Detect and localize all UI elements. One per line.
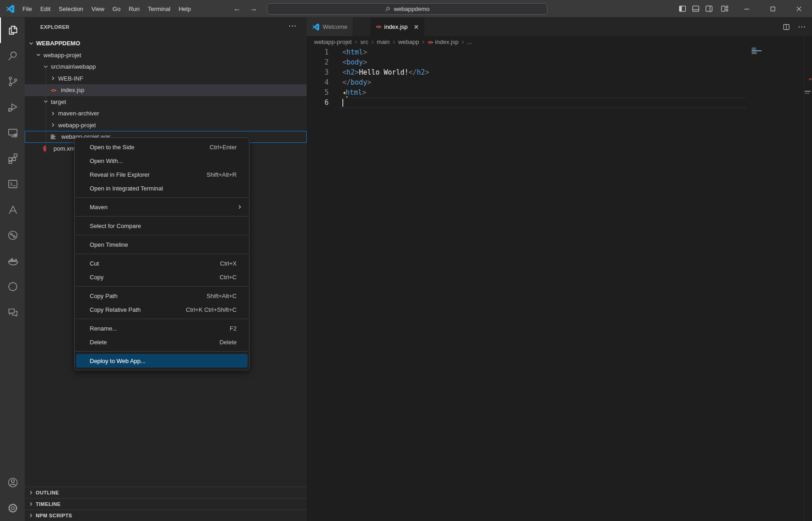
breadcrumb-item-src[interactable]: src [360, 38, 368, 45]
tree-item-src-main-webapp[interactable]: src\main\webapp [25, 61, 307, 73]
breadcrumb-item-webapp-projet[interactable]: webapp-projet [314, 38, 352, 45]
menu-separator [75, 351, 249, 352]
section-timeline[interactable]: TIMELINE [25, 498, 307, 510]
customize-layout-icon[interactable] [715, 0, 734, 17]
code-line-1: 1<html> [307, 47, 812, 57]
tree-item-index-jsp[interactable]: <>index.jsp [25, 84, 307, 96]
section-label: NPM SCRIPTS [36, 513, 72, 518]
more-actions-icon[interactable]: ⋯ [288, 21, 297, 31]
toggle-primary-sidebar-icon[interactable] [676, 0, 689, 17]
close-tab-icon[interactable]: ✕ [414, 23, 419, 31]
context-menu-item-copy-relative-path[interactable]: Copy Relative PathCtrl+K Ctrl+Shift+C [75, 303, 249, 316]
extensions-icon[interactable] [0, 146, 25, 171]
chevron-right-icon [27, 512, 35, 519]
menu-file[interactable]: File [18, 4, 36, 14]
minimize-icon[interactable] [734, 0, 760, 17]
minimap-line [752, 52, 757, 53]
tree-item-target[interactable]: target [25, 96, 307, 108]
code-line-4: 4</body> [307, 77, 812, 87]
menu-selection[interactable]: Selection [54, 4, 87, 14]
submenu-arrow-icon [236, 203, 244, 211]
menu-go[interactable]: Go [108, 4, 125, 14]
command-center-search[interactable]: webappdemo [267, 3, 547, 15]
code-area[interactable]: 1<html>2<body>3<h2>Hello World!</h2>4</b… [307, 47, 812, 108]
menu-item-label: Cut [90, 260, 220, 267]
toggle-panel-icon[interactable] [689, 0, 702, 17]
tree-item-webapp-projet[interactable]: webapp-projet [25, 119, 307, 131]
menu-item-label: Deploy to Web App... [90, 358, 237, 364]
minimap[interactable] [752, 48, 762, 54]
context-menu-item-maven[interactable]: Maven [75, 200, 249, 214]
section-npm-scripts[interactable]: NPM SCRIPTS [25, 510, 307, 521]
terminal-panel-icon[interactable] [0, 171, 25, 197]
remote-explorer-icon[interactable] [0, 120, 25, 146]
tree-item-label: maven-archiver [58, 110, 99, 117]
accounts-icon[interactable] [0, 470, 25, 495]
menu-view[interactable]: View [87, 4, 108, 14]
settings-gear-icon[interactable] [0, 495, 25, 521]
menu-edit[interactable]: Edit [36, 4, 54, 14]
menu-item-label: Copy [90, 274, 220, 281]
breadcrumb-separator: › [355, 38, 357, 45]
context-menu-item-reveal-in-file-explorer[interactable]: Reveal in File ExplorerShift+Alt+R [75, 168, 249, 181]
menu-item-label: Rename... [90, 325, 230, 332]
context-menu-item-delete[interactable]: DeleteDelete [75, 335, 249, 349]
breadcrumb-separator: › [371, 38, 374, 45]
menu-item-label: Copy Path [90, 293, 206, 299]
breadcrumb-label: webapp [398, 38, 419, 45]
search-sidebar-icon[interactable] [0, 43, 25, 69]
breadcrumb-item-webapp[interactable]: webapp [398, 38, 419, 45]
context-menu-item-select-for-compare[interactable]: Select for Compare [75, 219, 249, 233]
tree-item-label: WEBAPPDEMO [36, 40, 80, 47]
source-control-icon[interactable] [0, 69, 25, 94]
azure-icon[interactable] [0, 197, 25, 223]
back-arrow-icon[interactable]: ← [231, 3, 243, 14]
maximize-icon[interactable] [760, 0, 786, 17]
copilot-sparkle-icon[interactable]: ✦✦ [342, 88, 346, 97]
context-menu-item-open-with[interactable]: Open With... [75, 154, 249, 168]
minimap-line [752, 53, 757, 54]
tree-item-label: index.jsp [61, 87, 84, 93]
menu-terminal[interactable]: Terminal [144, 4, 174, 14]
close-icon[interactable] [786, 0, 812, 17]
forward-arrow-icon[interactable]: → [248, 3, 260, 14]
menu-item-label: Open in Integrated Terminal [90, 185, 237, 192]
run-debug-icon[interactable] [0, 94, 25, 120]
context-menu-item-rename[interactable]: Rename...F2 [75, 321, 249, 335]
sidebar-header: EXPLORER ⋯ [25, 17, 307, 38]
section-label: TIMELINE [36, 501, 61, 507]
breadcrumb-item-[interactable]: ... [467, 38, 472, 45]
menu-item-shortcut: Shift+Alt+C [206, 293, 237, 299]
context-menu-item-open-in-integrated-terminal[interactable]: Open in Integrated Terminal [75, 181, 249, 195]
toggle-secondary-sidebar-icon[interactable] [702, 0, 715, 17]
tab-index-jsp[interactable]: <>index.jsp✕ [370, 17, 424, 36]
split-editor-icon[interactable] [782, 23, 790, 31]
window-controls [676, 0, 812, 17]
section-outline[interactable]: OUTLINE [25, 487, 307, 498]
tree-item-webappdemo[interactable]: WEBAPPDEMO [25, 38, 307, 49]
menu-help[interactable]: Help [174, 4, 195, 14]
context-menu-item-copy-path[interactable]: Copy PathShift+Alt+C [75, 289, 249, 303]
explorer-icon[interactable] [0, 17, 25, 43]
tab-welcome[interactable]: Welcome [307, 17, 353, 36]
kubernetes-icon[interactable] [0, 274, 25, 299]
context-menu-item-open-to-the-side[interactable]: Open to the SideCtrl+Enter [75, 140, 249, 154]
tree-item-web-inf[interactable]: WEB-INF [25, 73, 307, 85]
breadcrumb-item-index-jsp[interactable]: <>index.jsp [428, 38, 459, 45]
minimap-line [752, 50, 762, 51]
context-menu-item-cut[interactable]: CutCtrl+X [75, 256, 249, 270]
azure-resources-icon[interactable] [0, 223, 25, 248]
breadcrumb-item-main[interactable]: main [377, 38, 390, 45]
context-menu-item-deploy-to-web-app[interactable]: Deploy to Web App... [76, 354, 248, 368]
tree-item-webapp-projet[interactable]: webapp-projet [25, 49, 307, 61]
breadcrumb-label: main [377, 38, 390, 45]
menu-separator [75, 286, 249, 287]
context-menu-item-copy[interactable]: CopyCtrl+C [75, 270, 249, 284]
overview-ruler-mark [805, 91, 811, 92]
docker-icon[interactable] [0, 248, 25, 274]
editor-more-actions-icon[interactable]: ⋯ [798, 22, 806, 32]
context-menu-item-open-timeline[interactable]: Open Timeline [75, 238, 249, 251]
comments-icon[interactable] [0, 299, 25, 325]
tree-item-maven-archiver[interactable]: maven-archiver [25, 108, 307, 119]
menu-run[interactable]: Run [125, 4, 144, 14]
